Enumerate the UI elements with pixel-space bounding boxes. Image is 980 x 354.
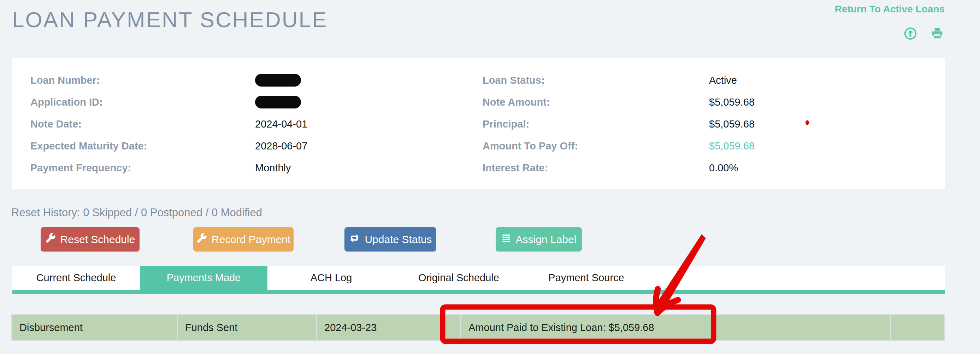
application-id-label: Application ID: (30, 96, 255, 108)
update-status-button-label: Update Status (364, 234, 432, 246)
loan-details-right-column: Loan Status: Active Note Amount: $5,059.… (482, 69, 924, 179)
record-payment-button[interactable]: Record Payment (193, 227, 294, 252)
payment-date-cell: 2024-03-23 (317, 315, 460, 340)
payment-empty-cell (891, 315, 944, 340)
payment-frequency-label: Payment Frequency: (30, 162, 255, 174)
list-icon (501, 233, 511, 246)
loan-details-left-column: Loan Number: Application ID: Note Date: … (30, 69, 454, 179)
interest-rate-row: Interest Rate: 0.00% (482, 157, 924, 179)
reset-schedule-button-label: Reset Schedule (60, 234, 135, 246)
payment-detail-cell: Amount Paid to Existing Loan: $5,059.68 (461, 315, 890, 340)
tabbar-filler (650, 266, 945, 290)
tabbar-underline (13, 290, 945, 294)
interest-rate-label: Interest Rate: (482, 162, 709, 174)
wrench-icon (45, 233, 56, 246)
note-date-value: 2024-04-01 (255, 118, 307, 130)
assign-label-button[interactable]: Assign Label (496, 227, 582, 252)
reset-schedule-button[interactable]: Reset Schedule (41, 227, 140, 252)
amount-to-pay-off-label: Amount To Pay Off: (482, 140, 709, 152)
schedule-tabbar: Current Schedule Payments Made ACH Log O… (13, 266, 945, 290)
principal-label: Principal: (482, 118, 709, 130)
application-id-row: Application ID: (30, 91, 454, 113)
application-id-redacted-value (255, 96, 301, 108)
expected-maturity-date-label: Expected Maturity Date: (30, 140, 255, 152)
amount-to-pay-off-value: $5,059.68 (709, 140, 755, 152)
expected-maturity-date-row: Expected Maturity Date: 2028-06-07 (30, 135, 454, 157)
return-to-active-loans-link[interactable]: Return To Active Loans (835, 3, 945, 15)
page-title: LOAN PAYMENT SCHEDULE (12, 7, 328, 32)
note-amount-value: $5,059.68 (709, 96, 755, 108)
loan-number-row: Loan Number: (30, 69, 454, 91)
tab-original-schedule[interactable]: Original Schedule (395, 266, 522, 290)
amount-to-pay-off-row: Amount To Pay Off: $5,059.68 (482, 135, 924, 157)
tab-payment-source[interactable]: Payment Source (522, 266, 650, 290)
note-date-label: Note Date: (30, 118, 255, 130)
principal-value: $5,059.68 (709, 118, 755, 130)
loan-status-row: Loan Status: Active (482, 69, 924, 91)
payment-frequency-value: Monthly (255, 162, 291, 174)
print-icon[interactable] (930, 26, 945, 41)
note-amount-row: Note Amount: $5,059.68 (482, 91, 924, 113)
header-icon-toolbar (903, 26, 945, 41)
note-date-row: Note Date: 2024-04-01 (30, 113, 454, 135)
loan-number-label: Loan Number: (30, 75, 255, 86)
reset-history-summary: Reset History: 0 Skipped / 0 Postponed /… (11, 206, 262, 219)
interest-rate-value: 0.00% (709, 162, 738, 174)
payment-status-cell: Funds Sent (178, 315, 316, 340)
tab-payments-made[interactable]: Payments Made (140, 266, 267, 290)
expected-maturity-date-value: 2028-06-07 (255, 140, 307, 152)
payments-made-table-row[interactable]: Disbursement Funds Sent 2024-03-23 Amoun… (11, 314, 945, 341)
note-amount-label: Note Amount: (482, 96, 709, 108)
loan-status-label: Loan Status: (482, 75, 709, 86)
loan-summary-card: Loan Number: Application ID: Note Date: … (13, 58, 945, 189)
assign-label-button-label: Assign Label (516, 234, 577, 246)
payment-type-cell: Disbursement (13, 315, 177, 340)
repeat-icon (349, 233, 360, 246)
wrench-icon (196, 233, 207, 246)
loan-number-redacted-value (255, 74, 301, 86)
tab-current-schedule[interactable]: Current Schedule (13, 266, 140, 290)
payment-frequency-row: Payment Frequency: Monthly (30, 157, 454, 179)
loan-status-value: Active (709, 75, 737, 86)
upload-icon[interactable] (903, 26, 918, 41)
update-status-button[interactable]: Update Status (344, 227, 436, 252)
tab-ach-log[interactable]: ACH Log (267, 266, 395, 290)
record-payment-button-label: Record Payment (212, 234, 290, 246)
principal-row: Principal: $5,059.68 (482, 113, 924, 135)
